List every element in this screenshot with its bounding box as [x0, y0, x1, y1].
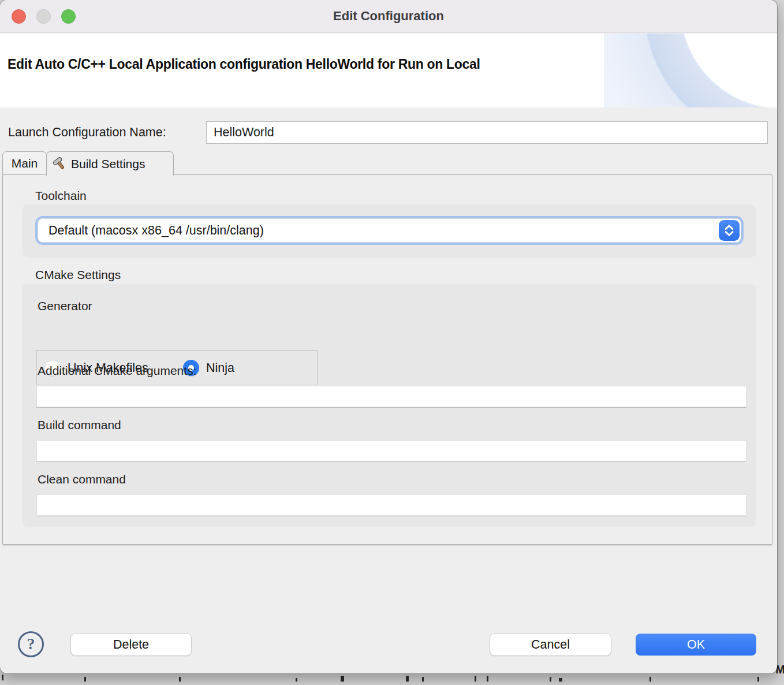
- tab-build-settings-label: Build Settings: [71, 157, 145, 171]
- toolchain-selected-option: Default (macosx x86_64 /usr/bin/clang): [48, 224, 264, 238]
- chevron-up-down-icon[interactable]: [719, 220, 740, 241]
- tab-build-settings[interactable]: Build Settings: [46, 151, 174, 176]
- title-bar[interactable]: Edit Configuration: [0, 0, 777, 33]
- question-mark-icon: ?: [27, 635, 35, 653]
- toolchain-section-label: Toolchain: [35, 189, 87, 203]
- close-button[interactable]: [12, 9, 26, 24]
- ok-button[interactable]: OK: [636, 634, 756, 656]
- zoom-button[interactable]: [61, 9, 76, 24]
- clean-command-input[interactable]: [36, 494, 746, 516]
- banner-curve-decoration: [604, 33, 777, 107]
- toolchain-group: Default (macosx x86_64 /usr/bin/clang): [22, 204, 756, 258]
- build-command-input[interactable]: [36, 440, 746, 462]
- cmake-settings-section-label: CMake Settings: [35, 268, 121, 282]
- cancel-button[interactable]: Cancel: [490, 634, 611, 656]
- generator-label: Generator: [38, 299, 92, 313]
- radio-ninja-label: Ninja: [206, 361, 234, 375]
- tab-main-label: Main: [12, 157, 38, 170]
- dialog-header-banner: Edit Auto C/C++ Local Application config…: [0, 33, 777, 107]
- build-command-label: Build command: [38, 418, 121, 432]
- cmake-arguments-label: Additional CMake arguments:: [38, 364, 196, 378]
- edit-configuration-dialog: Edit Configuration Edit Auto C/C++ Local…: [0, 0, 777, 673]
- minimize-button: [36, 9, 51, 24]
- toolchain-select[interactable]: Default (macosx x86_64 /usr/bin/clang): [35, 216, 744, 245]
- dialog-header-message: Edit Auto C/C++ Local Application config…: [8, 57, 480, 72]
- tab-main[interactable]: Main: [2, 151, 47, 175]
- cmake-settings-group: Generator Unix Makefiles Ninja Additiona…: [22, 284, 756, 527]
- window-title: Edit Configuration: [333, 9, 444, 24]
- hammer-icon: [52, 157, 66, 171]
- launch-config-name-input[interactable]: [206, 121, 768, 144]
- build-settings-panel: Toolchain Default (macosx x86_64 /usr/bi…: [2, 174, 772, 545]
- delete-button[interactable]: Delete: [71, 634, 191, 656]
- cmake-arguments-input[interactable]: [36, 386, 746, 408]
- launch-config-name-label: Launch Configuration Name:: [8, 125, 166, 140]
- clean-command-label: Clean command: [38, 472, 126, 486]
- help-button[interactable]: ?: [18, 631, 44, 657]
